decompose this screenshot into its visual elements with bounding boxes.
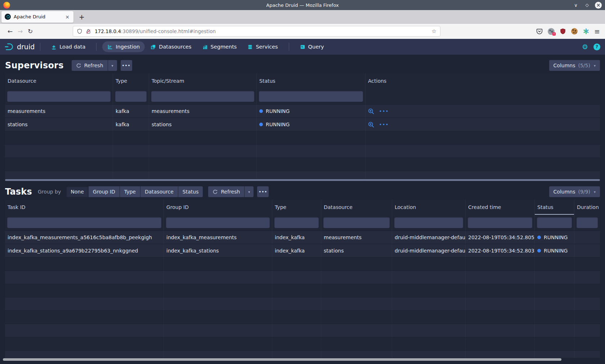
tasks-more-button[interactable]: ••• bbox=[257, 186, 269, 197]
cell-type[interactable]: index_kafka bbox=[272, 244, 321, 257]
cell-datasource[interactable]: measurements bbox=[321, 231, 392, 244]
cell-datasource[interactable]: measurements bbox=[5, 105, 113, 118]
close-window-icon[interactable]: × bbox=[595, 2, 602, 9]
cell-topic[interactable]: stations bbox=[149, 118, 257, 131]
cell-type[interactable]: kafka bbox=[113, 118, 149, 131]
column-header[interactable]: Task ID bbox=[5, 200, 164, 215]
group-by-status-button[interactable]: Status bbox=[178, 186, 203, 197]
back-icon[interactable]: ← bbox=[5, 28, 15, 35]
column-header[interactable]: Created time bbox=[466, 200, 535, 215]
url-bar[interactable]: 172.18.0.4:30899/unified-console.html#in… bbox=[73, 26, 440, 37]
supervisors-more-button[interactable]: ••• bbox=[121, 60, 132, 71]
lock-insecure-icon[interactable] bbox=[86, 29, 91, 34]
cell-created-time[interactable]: 2022-08-19T05:34:52.803Z bbox=[466, 244, 535, 257]
tab-close-icon[interactable]: × bbox=[64, 14, 70, 20]
filter-input-datasource[interactable] bbox=[323, 217, 390, 228]
nav-item-datasources[interactable]: Datasources bbox=[145, 41, 196, 52]
cell-location[interactable]: druid-middlemanager-defaul... bbox=[392, 231, 466, 244]
view-details-icon[interactable] bbox=[368, 108, 374, 114]
hamburger-menu-icon[interactable]: ≡ bbox=[594, 27, 600, 35]
column-header[interactable]: Datasource bbox=[321, 200, 392, 215]
task-row[interactable]: index_kafka_measurements_a5616c5ba8afb8b… bbox=[5, 231, 600, 244]
filter-input-status[interactable] bbox=[259, 91, 363, 102]
refresh-button[interactable]: Refresh bbox=[72, 60, 108, 71]
pocket-icon[interactable] bbox=[536, 28, 543, 35]
task-row[interactable]: index_kafka_stations_a9a679b22795b63_nnk… bbox=[5, 244, 600, 257]
filter-input-task-id[interactable] bbox=[7, 217, 161, 228]
ublock-shield-icon[interactable] bbox=[560, 28, 566, 35]
nav-item-query[interactable]: Query bbox=[295, 41, 329, 52]
cell-status[interactable]: RUNNING bbox=[535, 231, 574, 244]
nav-item-load-data[interactable]: Load data bbox=[46, 41, 90, 52]
refresh-interval-caret[interactable]: ▾ bbox=[108, 60, 117, 71]
column-header[interactable]: Location bbox=[392, 200, 466, 215]
column-header[interactable]: Status bbox=[257, 73, 366, 88]
druid-logo[interactable]: druid bbox=[4, 42, 35, 51]
filter-input-duration[interactable] bbox=[577, 217, 598, 228]
cell-topic[interactable]: measurements bbox=[149, 105, 257, 118]
column-header[interactable]: Duration bbox=[574, 200, 600, 215]
account-extension-icon[interactable]: x bbox=[548, 28, 555, 35]
maximize-icon[interactable]: ◇ bbox=[584, 3, 590, 8]
column-header[interactable]: Topic/Stream bbox=[149, 73, 257, 88]
tasks-columns-button[interactable]: Columns (9/9) ▾ bbox=[549, 186, 600, 197]
cell-status[interactable]: RUNNING bbox=[257, 118, 366, 131]
filter-input-datasource[interactable] bbox=[7, 91, 111, 102]
filter-input-group-id[interactable] bbox=[166, 217, 270, 228]
supervisor-row[interactable]: stations kafka stations RUNNING ••• bbox=[5, 118, 600, 131]
bookmark-star-icon[interactable]: ☆ bbox=[432, 28, 436, 35]
refresh-interval-caret[interactable]: ▾ bbox=[245, 186, 254, 197]
cell-type[interactable]: index_kafka bbox=[272, 231, 321, 244]
group-by-datasource-button[interactable]: Datasource bbox=[140, 186, 178, 197]
cell-task-id[interactable]: index_kafka_measurements_a5616c5ba8afb8b… bbox=[5, 231, 164, 244]
column-header[interactable]: Datasource bbox=[5, 73, 113, 88]
browser-tab[interactable]: Apache Druid × bbox=[1, 11, 73, 23]
cell-group-id[interactable]: index_kafka_measurements bbox=[164, 231, 272, 244]
view-details-icon[interactable] bbox=[368, 122, 374, 128]
cell-duration[interactable] bbox=[574, 231, 600, 244]
refresh-button[interactable]: Refresh bbox=[208, 186, 244, 197]
cell-datasource[interactable]: stations bbox=[321, 244, 392, 257]
filter-input-type[interactable] bbox=[115, 91, 147, 102]
group-by-type-button[interactable]: Type bbox=[120, 186, 140, 197]
supervisors-columns-button[interactable]: Columns (5/5) ▾ bbox=[549, 60, 600, 71]
filter-input-type[interactable] bbox=[274, 217, 319, 228]
group-by-none-button[interactable]: None bbox=[66, 186, 88, 197]
cell-datasource[interactable]: stations bbox=[5, 118, 113, 131]
filter-input-location[interactable] bbox=[394, 217, 463, 228]
cell-type[interactable]: kafka bbox=[113, 105, 149, 118]
window-menu-chevron-icon[interactable]: ∨ bbox=[573, 3, 579, 8]
cell-status[interactable]: RUNNING bbox=[257, 105, 366, 118]
cell-group-id[interactable]: index_kafka_stations bbox=[164, 244, 272, 257]
new-tab-button[interactable]: + bbox=[79, 13, 85, 21]
cell-location[interactable]: druid-middlemanager-defaul... bbox=[392, 244, 466, 257]
row-actions-icon[interactable]: ••• bbox=[379, 122, 389, 127]
nav-item-ingestion[interactable]: Ingestion bbox=[102, 41, 145, 52]
cell-status[interactable]: RUNNING bbox=[535, 244, 574, 257]
asterisk-extension-icon[interactable] bbox=[583, 28, 589, 35]
help-icon[interactable]: ? bbox=[593, 44, 600, 50]
filter-input-status[interactable] bbox=[537, 217, 572, 228]
nav-item-segments[interactable]: Segments bbox=[197, 41, 242, 52]
column-header[interactable]: Group ID bbox=[164, 200, 272, 215]
filter-input-topic[interactable] bbox=[151, 91, 254, 102]
column-header[interactable]: Type bbox=[272, 200, 321, 215]
cookie-icon[interactable] bbox=[571, 28, 578, 35]
column-header-sorted[interactable]: Status bbox=[535, 200, 574, 215]
group-by-group-id-button[interactable]: Group ID bbox=[89, 186, 120, 197]
row-actions-icon[interactable]: ••• bbox=[379, 109, 389, 114]
cell-created-time[interactable]: 2022-08-19T05:34:52.805Z bbox=[466, 231, 535, 244]
shield-icon[interactable] bbox=[77, 28, 82, 34]
gear-icon[interactable]: ⚙ bbox=[582, 43, 588, 51]
forward-icon[interactable]: → bbox=[15, 28, 25, 35]
column-header[interactable]: Type bbox=[113, 73, 149, 88]
filter-input-created-time[interactable] bbox=[468, 217, 532, 228]
tasks-title: Tasks bbox=[5, 187, 32, 197]
cell-task-id[interactable]: index_kafka_stations_a9a679b22795b63_nnk… bbox=[5, 244, 164, 257]
tasks-horizontal-scrollbar[interactable] bbox=[3, 358, 561, 361]
supervisor-row[interactable]: measurements kafka measurements RUNNING … bbox=[5, 104, 600, 118]
supervisors-horizontal-scrollbar[interactable] bbox=[5, 179, 600, 181]
cell-duration[interactable] bbox=[574, 244, 600, 257]
reload-icon[interactable]: ↻ bbox=[25, 28, 35, 35]
nav-item-services[interactable]: Services bbox=[242, 41, 283, 52]
